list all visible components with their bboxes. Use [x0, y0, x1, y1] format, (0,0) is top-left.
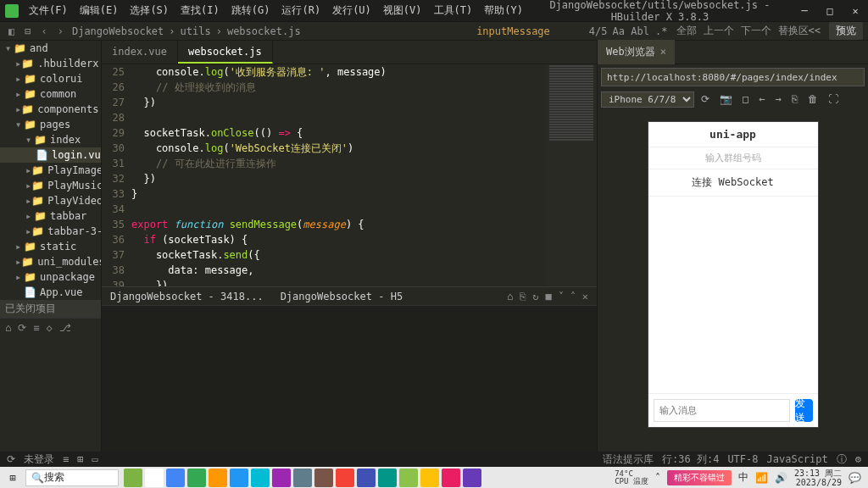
start-button[interactable]: ⊞	[0, 467, 25, 488]
expand-icon[interactable]: ⛶	[825, 93, 842, 105]
menu-item[interactable]: 发行(U)	[327, 3, 376, 18]
taskbar-app[interactable]	[166, 469, 185, 487]
message-input[interactable]	[654, 399, 790, 422]
group-input[interactable]: 输入群组号码	[648, 147, 818, 169]
taskbar-app[interactable]	[145, 469, 164, 487]
wifi-icon[interactable]: 📶	[755, 472, 768, 484]
taskbar-app[interactable]	[336, 469, 354, 487]
menu-item[interactable]: 跳转(G)	[226, 3, 275, 18]
editor-tab[interactable]: websocket.js	[178, 41, 273, 64]
code-content[interactable]: console.log('收到服务器消息: ', message) // 处理接…	[131, 64, 546, 286]
tree-item[interactable]: ▸📁tabbar	[0, 208, 101, 224]
taskbar-app[interactable]	[124, 469, 142, 487]
copy-icon[interactable]: ⎘	[788, 93, 801, 105]
console-close-icon[interactable]: ✕	[582, 291, 588, 302]
tree-item[interactable]: ▸📁.hbuilderx	[0, 56, 101, 71]
taskbar-app[interactable]	[187, 469, 206, 487]
send-button[interactable]: 发送	[795, 399, 813, 422]
tree-item[interactable]: ▾📁index	[0, 132, 101, 147]
encoding[interactable]: UTF-8	[727, 453, 758, 465]
tree-item[interactable]: ▸📁static	[0, 239, 101, 254]
taskbar-app[interactable]	[442, 469, 460, 487]
device-select[interactable]: iPhone 6/7/8	[601, 92, 694, 108]
info-icon[interactable]: ⓘ	[837, 452, 847, 467]
tray-up-icon[interactable]: ˄	[655, 472, 660, 484]
tree-item[interactable]: ▸📁common	[0, 86, 101, 102]
sync-icon[interactable]: ⟳	[7, 453, 15, 465]
code-editor[interactable]: 252627282930313233343536373839404142 con…	[102, 64, 597, 286]
back-icon[interactable]: ‹	[37, 25, 50, 37]
preview-button[interactable]: 预览	[829, 22, 863, 40]
taskbar-app[interactable]	[230, 469, 248, 487]
tree-item[interactable]: ▸📁tabbar-3-detial	[0, 224, 101, 239]
tree-item[interactable]: ▸📁colorui	[0, 71, 101, 86]
close-icon[interactable]: ×	[660, 46, 666, 58]
prev-icon[interactable]: ←	[755, 93, 768, 105]
box-icon[interactable]: □	[739, 93, 752, 105]
console-stop-icon[interactable]: ■	[546, 291, 552, 302]
tag-icon[interactable]: ◇	[46, 322, 52, 334]
tree-item[interactable]: ▾📁and	[0, 41, 101, 56]
tree-item[interactable]: 📄login.vue	[0, 147, 101, 163]
menu-item[interactable]: 查找(I)	[175, 3, 225, 18]
login-status[interactable]: 未登录	[24, 452, 54, 467]
sync-icon[interactable]: ⟳	[18, 322, 26, 334]
taskbar-app[interactable]	[463, 469, 481, 487]
language[interactable]: JavaScript	[767, 453, 828, 465]
console-down-icon[interactable]: ˅	[559, 291, 564, 302]
connect-button[interactable]: 连接 WebSocket	[648, 169, 818, 197]
notification-icon[interactable]: 💬	[849, 472, 861, 484]
taskbar-app[interactable]	[314, 469, 333, 487]
tree-item[interactable]: ▾📁pages	[0, 117, 101, 132]
collapse-icon[interactable]: ⊟	[21, 25, 34, 37]
tree-item[interactable]: ▸📁PlayMusic	[0, 178, 101, 193]
tree-item[interactable]: ▸📁components	[0, 102, 101, 117]
next-icon[interactable]: →	[771, 93, 784, 105]
taskbar-app[interactable]	[420, 469, 439, 487]
list-icon[interactable]: ≡	[33, 322, 39, 334]
console-home-icon[interactable]: ⌂	[507, 291, 513, 302]
rotate-icon[interactable]: ⟳	[698, 93, 713, 105]
url-input[interactable]	[601, 68, 865, 86]
menu-item[interactable]: 文件(F)	[24, 3, 73, 18]
screenshot-icon[interactable]: 📷	[716, 93, 736, 105]
menu-item[interactable]: 编辑(E)	[75, 3, 124, 18]
home-icon[interactable]: ◧	[5, 25, 18, 37]
editor-tab[interactable]: index.vue	[102, 41, 178, 64]
menu-item[interactable]: 工具(T)	[429, 3, 478, 18]
forward-icon[interactable]: ›	[54, 25, 67, 37]
terminal-icon[interactable]: ⌂	[5, 322, 11, 334]
volume-icon[interactable]: 🔊	[775, 472, 787, 484]
settings-icon[interactable]: ⚙	[855, 453, 861, 465]
find-nav[interactable]: 下一个	[741, 25, 771, 36]
taskbar-app[interactable]	[293, 469, 312, 487]
terminal-icon[interactable]: ▭	[92, 453, 97, 465]
console-restart-icon[interactable]: ↻	[532, 291, 538, 302]
closed-projects[interactable]: 已关闭项目	[0, 300, 101, 318]
crumb[interactable]: DjangoWebsocket	[72, 25, 164, 37]
tree-item[interactable]: ▸📁uni_modules	[0, 254, 101, 269]
crumb[interactable]: websocket.js	[227, 25, 301, 37]
console-output[interactable]	[102, 306, 597, 452]
close-button[interactable]: ✕	[843, 0, 868, 22]
maximize-button[interactable]: □	[817, 0, 843, 22]
syntax-hint[interactable]: 语法提示库	[603, 452, 654, 467]
taskbar-app[interactable]	[357, 469, 376, 487]
console-up-icon[interactable]: ˄	[570, 291, 576, 302]
menu-item[interactable]: 帮助(Y)	[479, 3, 528, 18]
taskbar-app[interactable]	[399, 469, 418, 487]
tree-item[interactable]: ▸📁unpackage	[0, 269, 101, 285]
grid-icon[interactable]: ⊞	[77, 453, 83, 465]
list-icon[interactable]: ≡	[63, 453, 69, 465]
find-nav[interactable]: 全部	[676, 25, 697, 36]
find-nav[interactable]: 上一个	[704, 25, 734, 36]
git-icon[interactable]: ⎇	[59, 322, 71, 334]
find-nav[interactable]: 替换区<<	[778, 25, 821, 36]
tree-item[interactable]: ▸📁PlayImage	[0, 163, 101, 178]
clock[interactable]: 23:13 周二 2023/8/29	[794, 469, 842, 487]
trash-icon[interactable]: 🗑	[804, 93, 821, 105]
console-tab-2[interactable]: DjangoWebsocket - H5	[281, 291, 403, 302]
taskbar-app[interactable]	[251, 469, 270, 487]
tree-item[interactable]: ▸📁PlayVideo	[0, 193, 101, 208]
crumb[interactable]: utils	[181, 25, 211, 37]
